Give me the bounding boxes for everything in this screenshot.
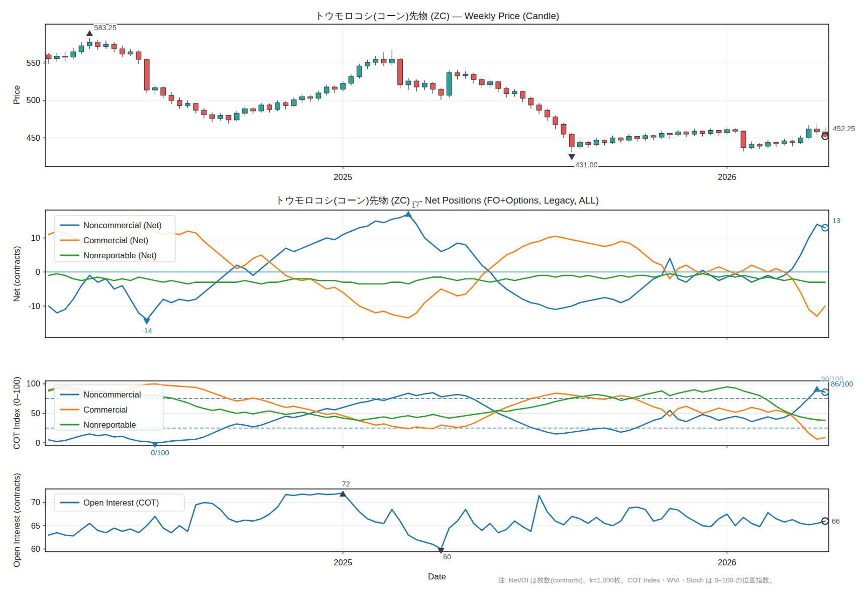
candle-up (357, 66, 362, 76)
candle-down (63, 56, 68, 57)
candle-up (79, 46, 84, 52)
candle-down (398, 59, 403, 85)
candle-up (341, 83, 346, 89)
candle-up (153, 88, 158, 90)
candle-up (422, 83, 427, 87)
y-tick-label: 550 (26, 58, 40, 67)
candle-down (774, 142, 779, 144)
series-line-nonreportable-net (49, 274, 825, 284)
candle-up (610, 138, 615, 142)
legend: Noncommercial (Net)Commercial (Net)Nonre… (54, 216, 175, 262)
series-line-commercial (49, 384, 825, 439)
low-marker (568, 154, 575, 160)
candle-down (528, 98, 533, 105)
candle-up (373, 59, 378, 62)
figure-svg: 45050055020252026583.25431.00452.25-1001… (0, 0, 868, 593)
x-tick-label: 2026 (718, 558, 736, 567)
candle-down (439, 89, 444, 95)
chart-1-candlestick: 45050055020252026583.25431.00452.25 (26, 24, 855, 181)
candle-up (406, 81, 411, 84)
chart-3-line: 050100NoncommercialCommercialNonreportab… (26, 375, 853, 457)
candle-up (806, 129, 811, 138)
candle-down (716, 131, 721, 133)
min-annotation: 60 (443, 553, 451, 561)
candle-down (536, 105, 541, 110)
max-annotation: 72 (342, 480, 350, 488)
candle-down (815, 129, 820, 132)
min-annotation: -14 (142, 327, 152, 335)
candle-up (218, 116, 223, 119)
legend: Open Interest (COT) (54, 494, 184, 511)
candle-up (71, 52, 76, 57)
y-tick-label: 100 (26, 379, 40, 388)
legend-item-label: Open Interest (COT) (83, 498, 159, 507)
last-annotation: 452.25 (833, 125, 855, 133)
y-tick-label: 50 (31, 409, 40, 418)
legend: NoncommercialCommercialNonreportable (54, 385, 163, 430)
candle-down (757, 145, 763, 146)
candle-down (520, 91, 525, 98)
last-annotation: 13 (832, 217, 840, 225)
high-marker (86, 30, 93, 36)
chart-4-line: 60657020252026Open Interest (COT)726066 (31, 480, 840, 567)
min-marker (152, 442, 159, 448)
candle-down (561, 125, 566, 134)
max-annotation: 17 (411, 201, 419, 209)
candle-up (766, 142, 771, 146)
candle-down (668, 133, 673, 135)
x-tick-label: 2025 (334, 558, 352, 567)
candle-down (144, 59, 149, 90)
last-annotation: 86/100 (831, 380, 853, 388)
candle-up (54, 56, 59, 58)
candle-up (185, 104, 190, 106)
series-line-nonreportable (49, 386, 825, 421)
candle-down (161, 88, 166, 95)
y-tick-label: 10 (31, 233, 40, 242)
candle-up (488, 82, 493, 85)
candle-down (553, 117, 558, 125)
candle-down (504, 88, 509, 93)
legend-item-label: Commercial (83, 405, 128, 414)
y-tick-label: 0 (36, 267, 40, 276)
y-tick-label: 60 (31, 544, 40, 553)
candle-down (226, 116, 231, 120)
candle-down (496, 82, 501, 88)
legend-item-label: Noncommercial (Net) (83, 221, 162, 230)
candle-down (790, 141, 795, 142)
candle-down (602, 140, 607, 142)
candle-down (618, 138, 623, 140)
candle-down (733, 130, 738, 131)
candle-up (643, 136, 648, 139)
candle-up (275, 103, 280, 109)
candle-up (390, 59, 395, 63)
candle-down (120, 49, 125, 54)
candle-down (586, 142, 591, 144)
candle-down (414, 81, 419, 87)
candle-down (251, 109, 256, 111)
min-marker (143, 319, 150, 325)
candle-up (234, 113, 239, 120)
candle-up (512, 91, 517, 93)
candle-up (463, 74, 468, 76)
legend-item-label: Nonreportable (83, 420, 136, 429)
low-annotation: 431.00 (575, 161, 597, 169)
candle-down (480, 79, 485, 84)
candle-up (676, 132, 681, 135)
candle-down (177, 101, 182, 106)
candle-down (651, 136, 656, 137)
candle-up (594, 140, 599, 145)
candle-up (365, 62, 370, 66)
candle-down (46, 55, 51, 58)
candle-down (193, 104, 198, 110)
candle-up (659, 133, 664, 137)
candle-up (725, 130, 730, 133)
candle-down (112, 44, 117, 49)
candle-up (626, 136, 631, 140)
x-tick-label: 2025 (334, 172, 352, 181)
candle-up (259, 105, 264, 111)
candle-up (578, 142, 583, 147)
candle-down (308, 96, 313, 98)
cot-dashboard: トウモロコシ(コーン)先物 (ZC) — Weekly Price (Candl… (0, 0, 868, 593)
candle-up (447, 73, 452, 95)
high-annotation: 583.25 (94, 24, 116, 32)
